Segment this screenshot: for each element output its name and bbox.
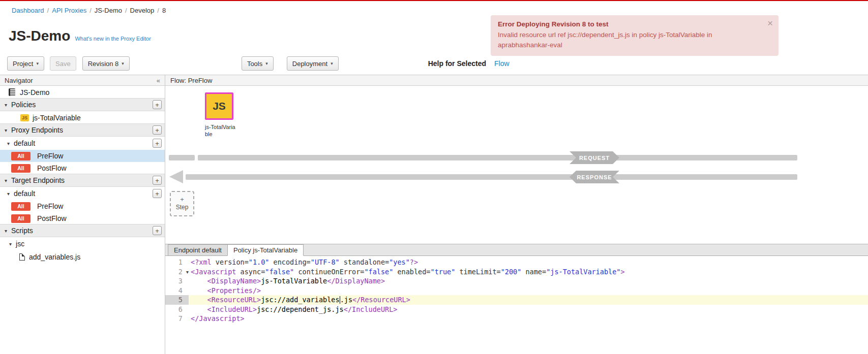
section-label: Policies [11,101,36,109]
breadcrumb-dashboard[interactable]: Dashboard [12,7,44,14]
all-condition-badge: All [11,214,31,223]
file-icon [19,253,25,261]
flow-diagram: JS js-TotalVariable REQUEST RESPONSE + S… [165,86,868,244]
js-policy-icon: JS [20,114,29,121]
error-message: Invalid resource url ref jsc://dependent… [498,30,758,51]
add-script-button[interactable]: + [153,226,162,235]
top-accent-line [0,0,868,1]
section-policies[interactable]: ▾ Policies + [0,98,165,111]
chevron-down-icon: ▾ [122,61,124,66]
tree-group-jsc[interactable]: ▾ jsc [0,237,165,250]
code-editor[interactable]: 1<?xml version="1.0" encoding="UTF-8" st… [165,256,868,354]
error-title: Error Deploying Revision 8 to test [498,20,758,28]
chevron-down-icon: ▾ [5,228,7,234]
tree-item-js-demo[interactable]: JS-Demo [0,86,165,99]
line-number: 2▾ [165,267,189,277]
breadcrumb-separator: / [125,7,127,14]
save-button[interactable]: Save [50,56,76,71]
tree-group-proxy-default[interactable]: ▾ default + [0,137,165,150]
section-target-endpoints[interactable]: ▾ Target Endpoints + [0,174,165,187]
project-button-label: Project [13,60,33,68]
tree-item-add-variables-js[interactable]: add_variables.js [0,250,165,263]
flow-help-link[interactable]: Flow [494,59,510,68]
tab-endpoint-default[interactable]: Endpoint default [168,244,228,255]
breadcrumb-develop: Develop [130,7,155,14]
chevron-down-icon: ▾ [265,61,268,66]
code-line-text: <IncludeURL>jsc://dependent_js.js</Inclu… [189,305,868,314]
chevron-down-icon: ▾ [331,61,333,66]
tree-group-target-default[interactable]: ▾ default + [0,187,165,200]
request-flow-line [169,155,195,160]
policy-node-js-totalvariable[interactable]: JS [205,92,233,120]
code-panel: Endpoint default Policy js-TotalVariable… [165,244,868,354]
section-scripts[interactable]: ▾ Scripts + [0,224,165,237]
line-number: 6 [165,305,189,314]
add-policy-button[interactable]: + [153,100,162,109]
line-number: 5 [165,295,189,305]
add-target-endpoint-button[interactable]: + [153,176,162,185]
chevron-down-icon: ▾ [9,241,12,247]
tab-policy-js-totalvariable[interactable]: Policy js-TotalVariable [227,244,304,256]
navigator-panel: Navigator « JS-Demo ▾ Policies + JS js-T… [0,75,165,354]
code-line: 4 <Properties/> [165,286,868,296]
add-flow-button[interactable]: + [153,189,162,198]
section-label: Scripts [11,227,33,235]
response-flow-line [186,174,797,180]
chevron-down-icon: ▾ [5,102,7,108]
add-step-button[interactable]: + Step [170,191,194,216]
plus-icon: + [180,197,184,203]
breadcrumb-js-demo: JS-Demo [95,7,122,14]
tools-button[interactable]: Tools▾ [242,56,274,71]
code-line: 6 <IncludeURL>jsc://dependent_js.js</Inc… [165,305,868,314]
revision-button-label: Revision 8 [88,60,119,68]
toolbar: Project▾ Save Revision 8▾ Tools▾ Deploym… [0,52,868,75]
tree-group-label: jsc [16,240,24,248]
code-line-text: <?xml version="1.0" encoding="UTF-8" sta… [189,258,868,267]
tree-item-target-postflow[interactable]: All PostFlow [0,212,165,224]
code-line-text: <Properties/> [189,286,868,296]
all-condition-badge: All [11,152,31,160]
tree-group-label: default [14,189,35,198]
navigator-header: Navigator « [0,75,165,86]
tree-item-label: JS-Demo [20,88,49,96]
fold-chevron-icon[interactable]: ▾ [186,268,189,277]
add-proxy-endpoint-button[interactable]: + [153,125,162,135]
tree-item-label: PostFlow [37,214,67,222]
error-banner: Error Deploying Revision 8 to test Inval… [491,15,779,56]
project-button[interactable]: Project▾ [7,56,44,71]
close-icon[interactable]: × [767,18,773,29]
navigator-title: Navigator [5,77,33,84]
breadcrumb-api-proxies[interactable]: API Proxies [52,7,86,14]
tree-item-proxy-preflow[interactable]: All PreFlow [0,150,165,162]
page-header: JS-Demo What's new in the Proxy Editor [9,28,151,44]
tree-item-label: PostFlow [37,164,67,172]
tree-item-proxy-postflow[interactable]: All PostFlow [0,162,165,174]
flow-editor-panel: Flow: PreFlow JS js-TotalVariable REQUES… [165,75,868,354]
tree-item-label: PreFlow [37,202,63,210]
all-condition-badge: All [11,164,31,173]
editor-tab-bar: Endpoint default Policy js-TotalVariable [165,244,868,256]
response-direction-badge: RESPONSE [570,171,619,183]
tree-item-js-totalvariable[interactable]: JS js-TotalVariable [0,111,165,124]
add-step-label: Step [176,204,189,211]
whats-new-link[interactable]: What's new in the Proxy Editor [75,36,151,42]
deployment-button-label: Deployment [292,60,327,68]
breadcrumb-revision: 8 [162,7,166,14]
add-flow-button[interactable]: + [153,139,162,148]
section-label: Target Endpoints [11,176,65,184]
workspace: Navigator « JS-Demo ▾ Policies + JS js-T… [0,75,868,354]
help-for-selected-label: Help for Selected [428,59,486,68]
revision-button[interactable]: Revision 8▾ [82,56,130,71]
flow-header: Flow: PreFlow [165,75,868,86]
tree-item-target-preflow[interactable]: All PreFlow [0,200,165,212]
response-arrow-icon [169,170,183,183]
breadcrumb: Dashboard/API Proxies/JS-Demo/Develop/8 [12,7,166,14]
all-condition-badge: All [11,202,31,211]
chevron-down-icon: ▾ [36,61,39,66]
collapse-panel-icon[interactable]: « [157,77,160,84]
deployment-button[interactable]: Deployment▾ [287,56,339,71]
tree-item-label: add_variables.js [29,253,80,261]
chevron-down-icon: ▾ [5,178,7,183]
flow-header-label: Flow: PreFlow [170,77,212,84]
section-proxy-endpoints[interactable]: ▾ Proxy Endpoints + [0,123,165,137]
